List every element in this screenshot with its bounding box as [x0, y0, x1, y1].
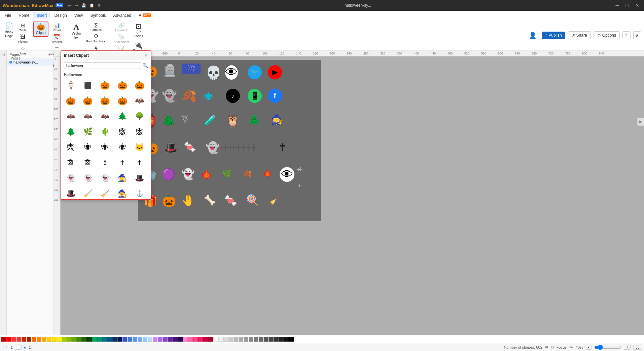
- canvas-eyeball-icon[interactable]: 👁: [280, 167, 294, 182]
- color-swatch[interactable]: [153, 337, 157, 342]
- color-swatch[interactable]: [193, 337, 198, 342]
- color-swatch[interactable]: [213, 337, 218, 342]
- color-swatch[interactable]: [264, 337, 269, 342]
- clipart-item[interactable]: ✝: [132, 155, 147, 170]
- color-swatch[interactable]: [92, 337, 97, 342]
- color-swatch[interactable]: [47, 337, 51, 342]
- clipart-item[interactable]: 🏚: [80, 155, 95, 170]
- canvas-tiktok-icon[interactable]: ♪: [226, 89, 240, 103]
- canvas-witch-icon[interactable]: 🧙: [271, 114, 283, 125]
- canvas-ghost2-icon[interactable]: 👻: [162, 89, 177, 103]
- clipart-item[interactable]: 🧙: [115, 186, 130, 199]
- color-swatch[interactable]: [57, 337, 62, 342]
- clipart-item[interactable]: ⬛: [80, 78, 95, 93]
- canvas-broom3-icon[interactable]: 🧹: [270, 194, 281, 205]
- canvas-sale-badge[interactable]: 60%OFF: [182, 64, 201, 74]
- menu-advanced[interactable]: Advanced: [110, 12, 135, 19]
- clipart-item[interactable]: 🎃: [115, 78, 130, 93]
- color-swatch[interactable]: [168, 337, 173, 342]
- clipart-item[interactable]: 🎃: [98, 78, 112, 93]
- clipart-item[interactable]: 🎃: [115, 93, 130, 108]
- menu-home[interactable]: Home: [15, 12, 33, 19]
- color-swatch[interactable]: [52, 337, 57, 342]
- undo-button[interactable]: ↩: [66, 2, 72, 9]
- canvas-fence-icon[interactable]: ⛧: [180, 114, 190, 125]
- canvas-potion-icon[interactable]: 🧪: [204, 114, 216, 126]
- color-swatch[interactable]: [138, 337, 142, 342]
- color-swatch[interactable]: [1, 337, 6, 342]
- zoom-out-button[interactable]: -: [586, 345, 592, 350]
- clipart-item[interactable]: 🌲: [63, 124, 78, 139]
- color-swatch[interactable]: [249, 337, 253, 342]
- canvas-leaf4-icon[interactable]: 🍁: [263, 169, 272, 178]
- color-swatch[interactable]: [82, 337, 87, 342]
- color-swatch[interactable]: [173, 337, 178, 342]
- clipart-item[interactable]: 🗡: [98, 155, 112, 170]
- color-swatch[interactable]: [72, 337, 77, 342]
- table-button[interactable]: ⊞ Table: [17, 22, 29, 33]
- zoom-in-button[interactable]: +: [624, 345, 631, 350]
- clipart-button[interactable]: 🎃 Clipart: [33, 22, 48, 37]
- canvas-bone-icon[interactable]: 🦴: [204, 195, 216, 206]
- icon-button[interactable]: ☆ Icon: [17, 45, 29, 56]
- clipart-search-input[interactable]: [64, 62, 141, 69]
- clipart-item[interactable]: 🕸: [63, 140, 78, 155]
- clipart-item[interactable]: 🎃: [132, 78, 147, 93]
- color-swatch[interactable]: [274, 337, 279, 342]
- zoom-slider[interactable]: [594, 345, 621, 350]
- clipart-item[interactable]: 🕷: [80, 140, 95, 155]
- color-swatch[interactable]: [279, 337, 284, 342]
- color-swatch[interactable]: [77, 337, 82, 342]
- color-swatch[interactable]: [208, 337, 213, 342]
- expand-button[interactable]: ∧: [633, 31, 641, 39]
- color-swatch[interactable]: [244, 337, 248, 342]
- canvas-drawing-area[interactable]: 🎃 🪦 60%OFF 💀 👁 🐦 ▶ 👻 👻 🍂 🕷 ♪ 📱 f 🏮 🌲 ⛧ 🧪…: [138, 60, 321, 221]
- menu-ai[interactable]: AI HOT: [135, 12, 154, 19]
- save-button[interactable]: 💾: [80, 3, 87, 8]
- color-swatch[interactable]: [259, 337, 263, 342]
- color-swatch[interactable]: [289, 337, 294, 342]
- share-button[interactable]: ↗ Share: [568, 31, 591, 39]
- canvas-purple2-icon[interactable]: 👻: [181, 168, 195, 181]
- canvas-tree-icon[interactable]: 🌲: [162, 114, 175, 127]
- color-swatch[interactable]: [11, 337, 16, 342]
- options-button[interactable]: ⚙ Options: [594, 31, 620, 39]
- color-swatch[interactable]: [67, 337, 72, 342]
- canvas-zombie-icon[interactable]: 🤚: [181, 194, 195, 207]
- menu-design[interactable]: Design: [51, 12, 70, 19]
- clipart-item[interactable]: ✝: [115, 155, 130, 170]
- chart-button[interactable]: 📊 Chart: [49, 22, 65, 33]
- canvas-twitter-icon[interactable]: 🐦: [248, 65, 262, 79]
- color-swatch[interactable]: [102, 337, 107, 342]
- clipart-item[interactable]: 🌲: [115, 109, 130, 124]
- clipart-item[interactable]: 🎃: [98, 93, 112, 108]
- clipart-item[interactable]: 🎃: [63, 93, 78, 108]
- color-swatch[interactable]: [128, 337, 132, 342]
- clipart-item[interactable]: 🕷: [98, 140, 112, 155]
- color-swatch[interactable]: [6, 337, 11, 342]
- canvas-pine-icon[interactable]: 🌲: [248, 114, 260, 126]
- canvas-spider-icon[interactable]: 🕷: [204, 91, 213, 102]
- clipart-item[interactable]: 🌵: [98, 124, 112, 139]
- color-swatch[interactable]: [22, 337, 26, 342]
- publish-button[interactable]: ↑ Publish: [542, 32, 565, 39]
- canvas-hat-icon[interactable]: 🎩: [164, 141, 178, 154]
- clipart-item[interactable]: 👻: [80, 171, 95, 186]
- status-add-page[interactable]: +: [15, 345, 22, 350]
- color-swatch[interactable]: [112, 337, 117, 342]
- clipart-item[interactable]: 🌿: [80, 124, 95, 139]
- canvas-cross-icon[interactable]: ✝: [278, 141, 287, 154]
- color-swatch[interactable]: [62, 337, 67, 342]
- menu-symbols[interactable]: Symbols: [87, 12, 109, 19]
- color-swatch[interactable]: [178, 337, 183, 342]
- clipart-item[interactable]: 🦇: [132, 93, 147, 108]
- clipart-item[interactable]: 🪧: [63, 78, 78, 93]
- canvas-fence2-icon[interactable]: ╫╫╫╫╫╫╫: [222, 144, 257, 151]
- canvas-candy-icon[interactable]: 🍬: [184, 141, 196, 153]
- clipart-item[interactable]: 🐱: [132, 140, 147, 155]
- canvas-twig-icon[interactable]: 🌿: [222, 169, 231, 178]
- font-symbol-button[interactable]: Ω Font Symbol ▾: [84, 33, 108, 44]
- clipart-item[interactable]: 🌳: [132, 109, 147, 124]
- color-swatch[interactable]: [32, 337, 36, 342]
- clipart-close-button[interactable]: ✕: [144, 53, 148, 58]
